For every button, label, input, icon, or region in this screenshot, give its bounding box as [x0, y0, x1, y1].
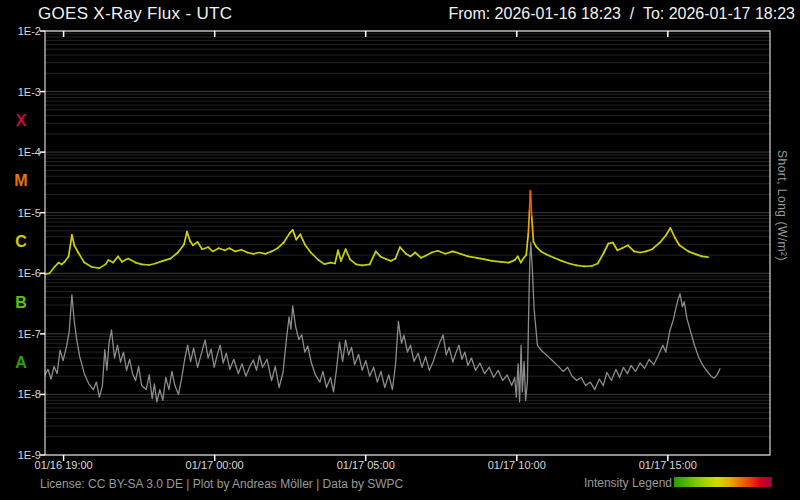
license-text: License: CC BY-SA 3.0 DE | Plot by Andre…	[40, 477, 403, 491]
y-axis-tick-label: 1E-7	[0, 328, 41, 340]
x-axis-tick-label: 01/17 10:00	[471, 459, 563, 471]
x-axis-tick-label: 01/16 19:00	[18, 459, 110, 471]
x-axis-tick-label: 01/17 05:00	[320, 459, 412, 471]
right-axis-label: Short, Long (W/m²)	[775, 150, 789, 261]
flare-class-label-c: C	[6, 233, 36, 251]
intensity-legend-gradient	[674, 477, 772, 487]
flare-class-label-x: X	[6, 112, 36, 130]
x-axis-tick-label: 01/17 00:00	[169, 459, 261, 471]
y-axis-tick-label: 1E-5	[0, 207, 41, 219]
y-axis-tick-label: 1E-2	[0, 25, 41, 37]
page-title: GOES X-Ray Flux - UTC	[38, 4, 232, 24]
y-axis-tick-label: 1E-3	[0, 86, 41, 98]
flare-class-label-b: B	[6, 294, 36, 312]
y-axis-tick-label: 1E-8	[0, 388, 41, 400]
flare-class-label-m: M	[6, 172, 36, 190]
y-axis-tick-label: 1E-4	[0, 146, 41, 158]
long-series-line	[45, 191, 708, 274]
time-range-label: From: 2026-01-16 18:23 / To: 2026-01-17 …	[448, 5, 795, 23]
plot-svg	[0, 0, 800, 500]
y-axis-tick-label: 1E-6	[0, 267, 41, 279]
short-series-line	[45, 243, 720, 402]
axis-ticks	[40, 31, 668, 461]
flare-class-label-a: A	[6, 354, 36, 372]
xray-flux-plot	[0, 0, 800, 500]
intensity-legend-label: Intensity Legend	[584, 476, 672, 490]
x-axis-tick-label: 01/17 15:00	[622, 459, 714, 471]
